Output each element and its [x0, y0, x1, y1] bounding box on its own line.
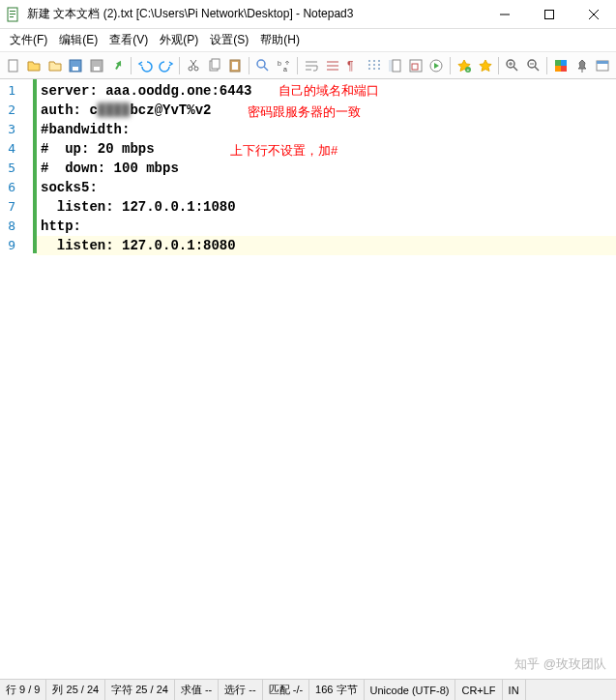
svg-text:+: + [466, 67, 469, 73]
favorite-icon[interactable] [476, 56, 495, 75]
code-line: #bandwidth: [37, 120, 616, 139]
svg-rect-52 [561, 66, 567, 72]
watermark: 知乎 @玫玫团队 [514, 656, 606, 673]
line-number: 6 [0, 178, 15, 197]
maximize-button[interactable] [527, 0, 572, 29]
text-editor[interactable]: server: aaa.ooddg.one:6443 auth: c████bc… [37, 79, 616, 679]
line-number: 2 [0, 101, 15, 120]
svg-point-21 [257, 60, 265, 68]
indent-guides-icon[interactable] [365, 56, 384, 75]
line-number-gutter[interactable]: 1 2 3 4 5 6 7 8 9 [0, 79, 19, 679]
svg-rect-2 [10, 14, 15, 15]
svg-rect-18 [212, 59, 220, 69]
fold-gutter[interactable] [19, 79, 33, 679]
svg-rect-8 [9, 60, 17, 72]
status-col[interactable]: 列 25 / 24 [46, 680, 105, 700]
status-encoding[interactable]: Unicode (UTF-8) [365, 680, 456, 700]
word-wrap-icon[interactable] [302, 56, 321, 75]
status-line[interactable]: 行 9 / 9 [0, 680, 46, 700]
toolbar-separator [179, 57, 180, 74]
code-line: http: [37, 217, 616, 236]
status-bytes[interactable]: 166 字节 [309, 680, 364, 700]
status-mode[interactable]: IN [503, 680, 526, 700]
save-copy-icon[interactable] [87, 56, 106, 75]
svg-text:a: a [283, 66, 287, 73]
new-file-icon[interactable] [4, 56, 23, 75]
explore-icon[interactable] [45, 56, 65, 75]
cut-icon[interactable] [184, 56, 203, 75]
whitespace-icon[interactable]: ¶ [343, 56, 363, 75]
menu-view[interactable]: 查看(V) [103, 30, 154, 50]
replace-icon[interactable]: ba [275, 56, 294, 75]
zoom-out-icon[interactable] [524, 56, 543, 75]
svg-line-15 [191, 60, 196, 67]
annotation-text: 自己的域名和端口 [279, 81, 379, 101]
svg-point-14 [194, 67, 198, 71]
new-window-icon[interactable] [594, 56, 613, 75]
svg-rect-5 [545, 10, 554, 18]
line-number: 5 [0, 159, 15, 178]
status-match[interactable]: 匹配 -/- [263, 680, 309, 700]
long-lines-icon[interactable] [323, 56, 342, 75]
app-icon [6, 7, 21, 22]
toolbar-separator [249, 57, 249, 74]
line-number: 4 [0, 139, 15, 159]
svg-line-43 [513, 67, 517, 71]
svg-line-16 [191, 60, 195, 67]
status-sel2[interactable]: 选行 -- [219, 680, 262, 700]
toolbar-separator [297, 57, 298, 74]
svg-rect-54 [597, 61, 608, 64]
svg-rect-50 [561, 60, 567, 66]
window-title: 新建 文本文档 (2).txt [C:\Users\Pi Network\Des… [27, 6, 483, 22]
menubar: 文件(F) 编辑(E) 查看(V) 外观(P) 设置(S) 帮助(H) [0, 29, 616, 52]
editor-area: 1 2 3 4 5 6 7 8 9 server: aaa.ooddg.one:… [0, 79, 616, 679]
close-button[interactable] [572, 0, 616, 29]
svg-rect-1 [10, 11, 15, 12]
svg-text:b: b [278, 60, 281, 67]
execute-icon[interactable] [427, 56, 447, 75]
svg-rect-10 [73, 67, 78, 71]
svg-line-22 [264, 67, 268, 71]
undo-icon[interactable] [135, 56, 155, 75]
copy-icon[interactable] [205, 56, 224, 75]
code-line: # down: 100 mbps [37, 159, 616, 178]
titlebar: 新建 文本文档 (2).txt [C:\Users\Pi Network\Des… [0, 0, 616, 29]
svg-line-47 [535, 67, 539, 71]
favorite-add-icon[interactable]: + [455, 56, 474, 75]
annotation-text: 上下行不设置，加# [230, 141, 337, 160]
window-controls [483, 0, 616, 29]
status-eol[interactable]: CR+LF [455, 680, 502, 700]
minimize-button[interactable] [483, 0, 527, 29]
toolbar-separator [131, 57, 132, 74]
redo-icon[interactable] [157, 56, 176, 75]
zoom-in-icon[interactable] [503, 56, 522, 75]
line-numbers-icon[interactable] [386, 56, 405, 75]
menu-settings[interactable]: 设置(S) [204, 30, 254, 50]
menu-appearance[interactable]: 外观(P) [154, 30, 204, 50]
status-char[interactable]: 字符 25 / 24 [105, 680, 175, 700]
menu-file[interactable]: 文件(F) [4, 30, 53, 50]
svg-rect-12 [94, 67, 100, 71]
line-number: 9 [0, 236, 15, 255]
svg-rect-20 [232, 62, 238, 70]
code-line: listen: 127.0.0.1:1080 [37, 197, 616, 217]
statusbar: 行 9 / 9 列 25 / 24 字符 25 / 24 求值 -- 选行 --… [0, 679, 616, 700]
status-sel[interactable]: 求值 -- [175, 680, 219, 700]
find-icon[interactable] [253, 56, 273, 75]
svg-rect-3 [10, 16, 14, 17]
pin-icon[interactable] [572, 56, 592, 75]
scheme-icon[interactable] [551, 56, 571, 75]
toolbar-separator [498, 57, 499, 74]
svg-point-13 [189, 67, 192, 71]
open-file-icon[interactable] [25, 56, 44, 75]
svg-rect-36 [393, 60, 400, 72]
menu-help[interactable]: 帮助(H) [254, 30, 306, 50]
save-icon[interactable] [67, 56, 86, 75]
line-number: 8 [0, 217, 15, 236]
menu-edit[interactable]: 编辑(E) [53, 30, 103, 50]
folding-icon[interactable] [406, 56, 425, 75]
recycle-icon[interactable] [108, 56, 128, 75]
svg-text:¶: ¶ [347, 59, 353, 73]
paste-icon[interactable] [226, 56, 246, 75]
line-number: 7 [0, 197, 15, 217]
